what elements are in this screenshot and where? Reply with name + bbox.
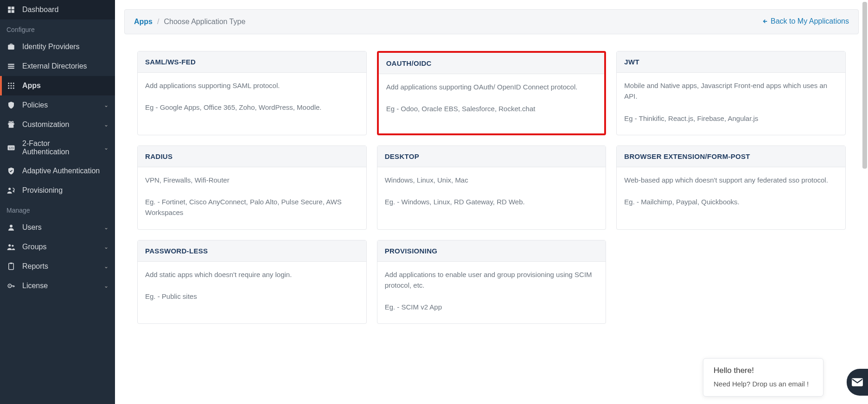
main-content: Apps / Choose Application Type Back to M… — [115, 0, 868, 404]
svg-rect-6 — [8, 68, 14, 69]
svg-rect-29 — [10, 263, 13, 264]
svg-rect-3 — [12, 10, 14, 13]
svg-point-23 — [8, 188, 11, 190]
sidebar-label: License — [22, 282, 97, 290]
card-eg: Eg. - Mailchimp, Paypal, Quickbooks. — [624, 196, 838, 207]
sidebar-item-customization[interactable]: Customization ⌄ — [0, 115, 115, 134]
sidebar-label: Policies — [22, 101, 97, 109]
sidebar-label: 2-Factor Authentication — [22, 139, 97, 156]
svg-point-12 — [13, 85, 14, 87]
card-browser-extension[interactable]: BROWSER EXTENSION/FORM-POST Web-based ap… — [616, 145, 846, 230]
sidebar-item-policies[interactable]: Policies ⌄ — [0, 95, 115, 115]
chevron-down-icon: ⌄ — [104, 121, 108, 128]
svg-rect-18 — [11, 121, 12, 128]
back-link[interactable]: Back to My Applications — [761, 17, 849, 25]
card-provisioning[interactable]: PROVISIONING Add applications to enable … — [377, 240, 606, 324]
card-desc: Mobile and Native apps, Javascript Front… — [624, 80, 838, 102]
sidebar-label: Customization — [22, 120, 97, 129]
card-desc: Add static apps which doesn't require an… — [145, 269, 359, 280]
scrollbar[interactable] — [862, 2, 867, 402]
card-radius[interactable]: RADIUS VPN, Firewalls, Wifi-Router Eg. -… — [137, 145, 367, 230]
svg-rect-5 — [8, 66, 14, 67]
svg-point-27 — [12, 245, 13, 246]
svg-point-31 — [9, 285, 10, 286]
sidebar-item-provisioning[interactable]: Provisioning — [0, 181, 115, 200]
sidebar-label: Dashboard — [22, 6, 108, 14]
sidebar-item-groups[interactable]: Groups ⌄ — [0, 237, 115, 257]
svg-point-10 — [8, 85, 9, 87]
card-title: PASSWORD-LESS — [138, 240, 366, 262]
sidebar-item-identity-providers[interactable]: Identity Providers — [0, 37, 115, 57]
card-jwt[interactable]: JWT Mobile and Native apps, Javascript F… — [616, 51, 846, 135]
sidebar-item-external-directories[interactable]: External Directories — [0, 57, 115, 76]
back-link-label: Back to My Applications — [771, 17, 849, 25]
card-oauth[interactable]: OAUTH/OIDC Add applications supporting O… — [377, 51, 606, 135]
card-desc: Windows, Linux, Unix, Mac — [385, 175, 599, 185]
svg-point-9 — [13, 82, 14, 84]
scrollbar-thumb[interactable] — [862, 2, 867, 169]
apps-icon — [6, 81, 16, 90]
user-sync-icon — [6, 186, 16, 195]
card-eg: Eg. - Fortinet, Cisco AnyConnect, Palo A… — [145, 196, 359, 218]
briefcase-icon — [6, 42, 16, 51]
chevron-down-icon: ⌄ — [104, 102, 108, 108]
breadcrumb-root-link[interactable]: Apps — [134, 18, 153, 26]
sidebar-item-users[interactable]: Users ⌄ — [0, 218, 115, 237]
card-passwordless[interactable]: PASSWORD-LESS Add static apps which does… — [137, 240, 367, 324]
svg-point-14 — [11, 88, 12, 89]
card-title: PROVISIONING — [377, 240, 606, 262]
breadcrumb-current: Choose Application Type — [164, 18, 245, 26]
sidebar-item-dashboard[interactable]: Dashboard — [0, 0, 115, 19]
sidebar-section-configure: Configure — [0, 19, 115, 37]
card-saml[interactable]: SAML/WS-FED Add applications supporting … — [137, 51, 367, 135]
sidebar-label: Provisioning — [22, 186, 108, 195]
card-desc: Add applications supporting SAML protoco… — [145, 80, 359, 91]
card-title: BROWSER EXTENSION/FORM-POST — [617, 146, 845, 167]
chevron-down-icon: ⌄ — [104, 244, 108, 250]
svg-rect-4 — [8, 64, 14, 65]
card-title: SAML/WS-FED — [138, 51, 366, 73]
card-eg: Eg. - Public sites — [145, 291, 359, 302]
svg-point-8 — [11, 82, 12, 84]
svg-rect-0 — [8, 6, 11, 9]
svg-point-15 — [13, 88, 14, 89]
sidebar-label: Groups — [22, 243, 97, 251]
svg-point-11 — [11, 85, 12, 87]
card-eg: Eg - Odoo, Oracle EBS, Salesforce, Rocke… — [386, 103, 597, 114]
sidebar-item-adaptive-auth[interactable]: Adaptive Authentication — [0, 161, 115, 181]
svg-rect-2 — [8, 10, 11, 13]
sidebar-item-apps[interactable]: Apps — [0, 76, 115, 95]
key-icon — [6, 281, 16, 290]
help-popover: Hello there! Need Help? Drop us an email… — [703, 358, 823, 397]
dashboard-icon — [6, 5, 16, 14]
sidebar-label: Adaptive Authentication — [22, 167, 108, 175]
sidebar-label: Reports — [22, 262, 97, 271]
card-eg: Eg - Thinkific, React.js, Firebase, Angu… — [624, 113, 838, 124]
shield-check-icon — [6, 166, 16, 176]
svg-point-7 — [8, 82, 9, 84]
sidebar-item-license[interactable]: License ⌄ — [0, 276, 115, 296]
sidebar-label: Users — [22, 223, 97, 232]
card-title: RADIUS — [138, 146, 366, 167]
keypad-icon: 123 — [6, 143, 16, 152]
card-desc: VPN, Firewalls, Wifi-Router — [145, 175, 359, 185]
chevron-down-icon: ⌄ — [104, 283, 108, 289]
card-desktop[interactable]: DESKTOP Windows, Linux, Unix, Mac Eg. - … — [377, 145, 606, 230]
sidebar-item-reports[interactable]: Reports ⌄ — [0, 257, 115, 276]
sidebar-item-2fa[interactable]: 123 2-Factor Authentication ⌄ — [0, 134, 115, 161]
card-eg: Eg - Google Apps, Office 365, Zoho, Word… — [145, 102, 359, 113]
svg-point-19 — [9, 121, 10, 123]
card-desc: Web-based app which doesn't support any … — [624, 175, 838, 185]
svg-point-25 — [10, 225, 13, 227]
card-eg: Eg. - SCIM v2 App — [385, 302, 599, 312]
list-icon — [6, 62, 16, 71]
help-fab[interactable] — [847, 369, 868, 396]
svg-point-13 — [8, 88, 9, 89]
help-title: Hello there! — [714, 366, 813, 375]
app-type-grid: SAML/WS-FED Add applications supporting … — [124, 51, 859, 324]
shield-icon — [6, 101, 16, 110]
chevron-down-icon: ⌄ — [104, 263, 108, 270]
sidebar-label: Apps — [22, 82, 108, 90]
card-title: OAUTH/OIDC — [379, 53, 605, 74]
breadcrumb: Apps / Choose Application Type — [134, 18, 245, 26]
